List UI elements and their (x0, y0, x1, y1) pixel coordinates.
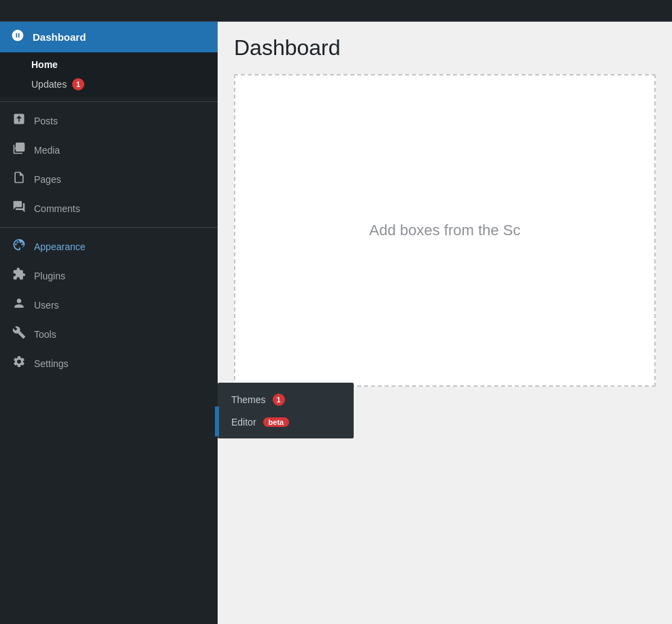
editor-label: Editor (231, 417, 256, 428)
editor-beta-badge: beta (263, 417, 290, 427)
sidebar-item-dashboard[interactable]: Dashboard (0, 22, 218, 52)
comments-icon (10, 200, 29, 217)
appearance-icon (10, 238, 29, 255)
themes-badge: 1 (273, 394, 285, 406)
svg-point-2 (20, 241, 22, 243)
sidebar-item-pages[interactable]: Pages (0, 164, 218, 194)
tools-label: Tools (34, 329, 56, 340)
flyout-arrow (215, 406, 219, 436)
pages-icon (10, 171, 29, 188)
submenu-item-updates[interactable]: Updates 1 (0, 74, 218, 94)
content-area: Dashboard Add boxes from the Sc (218, 22, 672, 624)
themes-label: Themes (231, 394, 266, 405)
svg-point-3 (21, 243, 23, 245)
plugins-icon (10, 267, 29, 284)
sidebar-item-tools[interactable]: Tools (0, 319, 218, 349)
dashboard-submenu: Home Updates 1 (0, 52, 218, 97)
flyout-item-editor[interactable]: Editor beta (218, 411, 354, 433)
flyout-item-themes[interactable]: Themes 1 (218, 388, 354, 411)
tools-icon (10, 326, 29, 343)
sidebar-divider-2 (0, 227, 218, 228)
appearance-label: Appearance (34, 241, 86, 252)
appearance-flyout: Themes 1 Editor beta (218, 383, 354, 438)
add-boxes-text: Add boxes from the Sc (369, 222, 521, 239)
sidebar-item-settings[interactable]: Settings (0, 349, 218, 378)
svg-point-0 (15, 243, 17, 245)
settings-icon (10, 355, 29, 372)
sidebar-divider-1 (0, 101, 218, 102)
sidebar-item-appearance[interactable]: Appearance (0, 232, 218, 261)
updates-label: Updates (31, 79, 67, 90)
sidebar-item-posts[interactable]: Posts (0, 106, 218, 135)
updates-badge: 1 (72, 78, 84, 90)
posts-label: Posts (34, 116, 58, 126)
users-label: Users (34, 300, 59, 311)
top-bar (0, 0, 672, 22)
sidebar-item-media[interactable]: Media (0, 135, 218, 164)
settings-label: Settings (34, 358, 69, 369)
media-label: Media (34, 145, 60, 156)
sidebar: Dashboard Home Updates 1 Posts (0, 22, 218, 624)
dashboard-icon (10, 29, 26, 46)
page-title: Dashboard (234, 35, 656, 60)
dashed-container: Add boxes from the Sc (234, 74, 656, 387)
posts-icon (10, 112, 29, 129)
home-label: Home (31, 59, 58, 70)
main-layout: Dashboard Home Updates 1 Posts (0, 22, 672, 624)
submenu-item-home[interactable]: Home (0, 55, 218, 74)
pages-label: Pages (34, 174, 61, 185)
plugins-label: Plugins (34, 271, 65, 281)
comments-label: Comments (34, 203, 80, 214)
svg-point-1 (17, 241, 19, 243)
sidebar-item-comments[interactable]: Comments (0, 194, 218, 223)
users-icon (10, 296, 29, 313)
sidebar-item-users[interactable]: Users (0, 290, 218, 319)
sidebar-item-plugins[interactable]: Plugins (0, 261, 218, 290)
dashboard-label: Dashboard (33, 31, 86, 43)
media-icon (10, 141, 29, 158)
